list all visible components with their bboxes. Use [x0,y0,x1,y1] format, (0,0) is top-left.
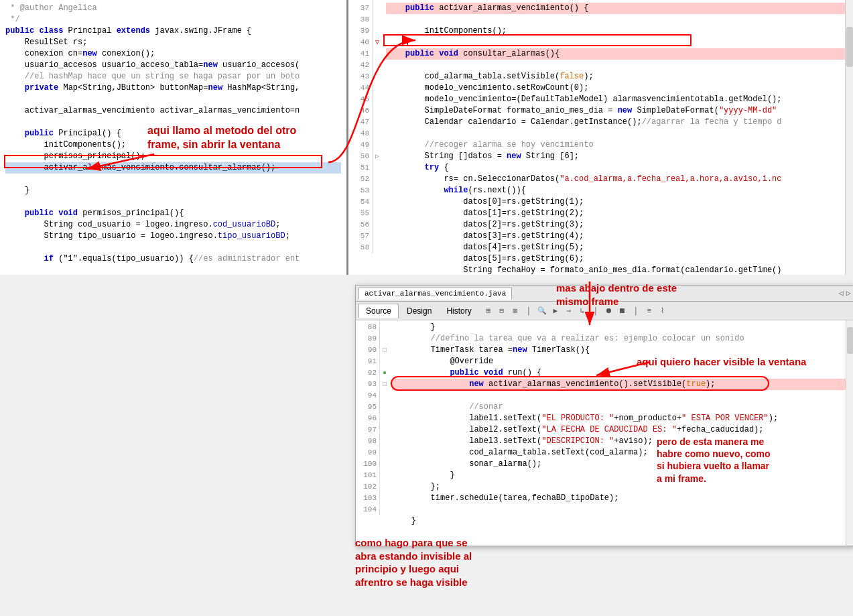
right-code-panel: 3738394041424344454647484950515253545556… [348,0,853,275]
icon-split[interactable]: ⊟ [496,305,508,317]
annotation-top-left: aqui llamo al metodo del otroframe, sin … [147,124,296,152]
right-scrollbar[interactable] [845,0,853,275]
annotation-but-opens: pero de esta manera mehabre como nuevo, … [657,436,771,485]
nav-right-icon[interactable]: ▷ [846,288,851,298]
top-panel: * @author Angelica */ public class Princ… [0,0,853,275]
tab-design[interactable]: Design [400,304,438,318]
bottom-code-area-wrapper: 888990919293949596979899100101102103104 … [356,320,853,546]
bottom-line-numbers: 888990919293949596979899100101102103104 [356,320,380,515]
icon-zoom-in[interactable]: 🔍 [536,305,548,317]
annotation-bottom-right: aqui quiero hacer visible la ventana [637,355,806,369]
bottom-gutter: □●□ [380,320,389,504]
gutter-icons: ▽▷ [373,0,382,242]
annotation-bottom-question: como hago para que seabra estando invisi… [355,536,472,589]
icon-separator: │ [523,305,535,317]
icon-html[interactable]: ⊞ [482,305,495,317]
scrollbar-thumb[interactable] [846,27,853,67]
line-numbers: 3738394041424344454647484950515253545556… [348,0,373,253]
icon-grid[interactable]: ⊠ [509,305,521,317]
nav-left-icon[interactable]: ◁ [839,288,844,298]
bottom-scrollbar[interactable] [846,320,853,546]
right-code-content: public activar_alarmas_vencimiento() { i… [383,0,853,275]
tab-history[interactable]: History [440,304,478,318]
file-tab[interactable]: activar_alarmas_vencimiento.java [358,288,512,300]
tab-source[interactable]: Source [358,304,399,318]
bottom-scrollbar-thumb[interactable] [847,327,854,354]
bottom-code-content: } //defino la tarea que va a realizar es… [389,320,853,546]
bottom-panel: activar_alarmas_vencimiento.java ◁ ▷ Sou… [355,285,853,546]
annotation-top-right: mas abajo dentro de estemismo frame [556,282,677,308]
